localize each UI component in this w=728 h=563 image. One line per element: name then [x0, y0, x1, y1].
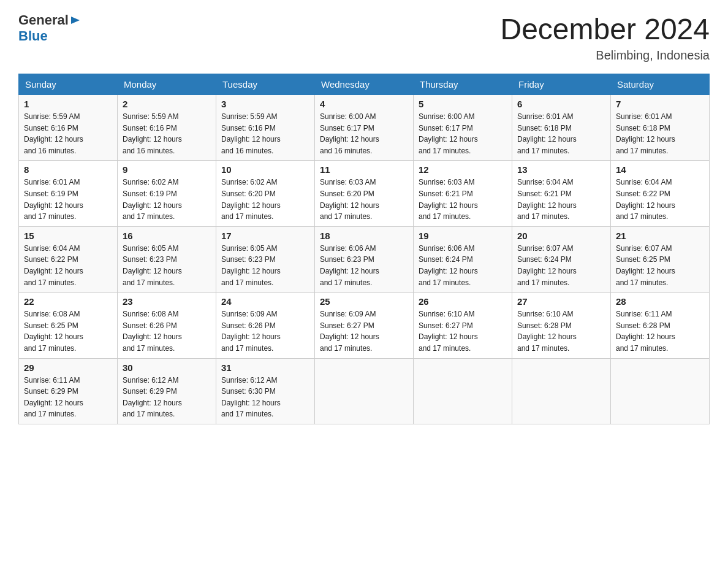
calendar-cell: 3 Sunrise: 5:59 AM Sunset: 6:16 PM Dayli…	[216, 95, 315, 161]
day-number: 21	[616, 231, 704, 241]
day-number: 23	[123, 296, 211, 307]
day-info: Sunrise: 6:05 AM Sunset: 6:23 PM Dayligh…	[123, 243, 211, 288]
column-header-monday: Monday	[118, 74, 216, 95]
calendar-cell	[414, 358, 512, 424]
calendar-week-row: 22 Sunrise: 6:08 AM Sunset: 6:25 PM Dayl…	[19, 293, 710, 358]
day-number: 5	[419, 99, 507, 109]
day-info: Sunrise: 6:09 AM Sunset: 6:27 PM Dayligh…	[320, 308, 408, 354]
day-number: 22	[24, 296, 112, 307]
day-info: Sunrise: 6:08 AM Sunset: 6:26 PM Dayligh…	[123, 308, 211, 354]
column-header-wednesday: Wednesday	[315, 74, 414, 95]
day-number: 15	[24, 231, 112, 241]
day-info: Sunrise: 6:12 AM Sunset: 6:29 PM Dayligh…	[123, 375, 211, 420]
day-number: 29	[24, 362, 112, 373]
calendar-cell: 23 Sunrise: 6:08 AM Sunset: 6:26 PM Dayl…	[118, 293, 216, 358]
calendar-cell: 5 Sunrise: 6:00 AM Sunset: 6:17 PM Dayli…	[414, 95, 512, 161]
day-number: 1	[24, 99, 112, 109]
calendar-cell: 27 Sunrise: 6:10 AM Sunset: 6:28 PM Dayl…	[512, 293, 611, 358]
month-title: December 2024	[500, 12, 710, 46]
page-header: General Blue December 2024 Belimbing, In…	[18, 12, 710, 63]
day-info: Sunrise: 6:03 AM Sunset: 6:20 PM Dayligh…	[320, 177, 408, 222]
day-info: Sunrise: 6:01 AM Sunset: 6:18 PM Dayligh…	[616, 111, 704, 156]
day-info: Sunrise: 5:59 AM Sunset: 6:16 PM Dayligh…	[123, 111, 211, 156]
calendar-cell: 16 Sunrise: 6:05 AM Sunset: 6:23 PM Dayl…	[118, 226, 216, 292]
day-number: 3	[221, 99, 309, 109]
day-number: 11	[320, 164, 408, 175]
calendar-cell: 31 Sunrise: 6:12 AM Sunset: 6:30 PM Dayl…	[216, 358, 315, 424]
day-number: 9	[123, 164, 211, 175]
day-info: Sunrise: 6:04 AM Sunset: 6:22 PM Dayligh…	[616, 177, 704, 222]
calendar-cell: 20 Sunrise: 6:07 AM Sunset: 6:24 PM Dayl…	[512, 226, 611, 292]
calendar-cell: 1 Sunrise: 5:59 AM Sunset: 6:16 PM Dayli…	[19, 95, 118, 161]
day-info: Sunrise: 6:01 AM Sunset: 6:18 PM Dayligh…	[517, 111, 605, 156]
day-info: Sunrise: 6:06 AM Sunset: 6:24 PM Dayligh…	[419, 243, 507, 288]
day-info: Sunrise: 6:10 AM Sunset: 6:27 PM Dayligh…	[419, 308, 507, 354]
day-number: 2	[123, 99, 211, 109]
day-info: Sunrise: 6:11 AM Sunset: 6:28 PM Dayligh…	[616, 308, 704, 354]
day-info: Sunrise: 6:11 AM Sunset: 6:29 PM Dayligh…	[24, 375, 112, 420]
calendar-header-row: SundayMondayTuesdayWednesdayThursdayFrid…	[19, 74, 710, 95]
calendar-week-row: 29 Sunrise: 6:11 AM Sunset: 6:29 PM Dayl…	[19, 358, 710, 424]
column-header-friday: Friday	[512, 74, 611, 95]
day-number: 10	[221, 164, 309, 175]
calendar-week-row: 1 Sunrise: 5:59 AM Sunset: 6:16 PM Dayli…	[19, 95, 710, 161]
column-header-thursday: Thursday	[414, 74, 512, 95]
calendar-cell: 25 Sunrise: 6:09 AM Sunset: 6:27 PM Dayl…	[315, 293, 414, 358]
calendar-cell: 9 Sunrise: 6:02 AM Sunset: 6:19 PM Dayli…	[118, 161, 216, 226]
day-info: Sunrise: 6:04 AM Sunset: 6:22 PM Dayligh…	[24, 243, 112, 288]
day-info: Sunrise: 5:59 AM Sunset: 6:16 PM Dayligh…	[221, 111, 309, 156]
day-number: 17	[221, 231, 309, 241]
day-number: 19	[419, 231, 507, 241]
calendar-cell	[611, 358, 710, 424]
day-number: 13	[517, 164, 605, 175]
day-number: 6	[517, 99, 605, 109]
calendar-cell: 6 Sunrise: 6:01 AM Sunset: 6:18 PM Dayli…	[512, 95, 611, 161]
day-number: 27	[517, 296, 605, 307]
day-info: Sunrise: 6:09 AM Sunset: 6:26 PM Dayligh…	[221, 308, 309, 354]
day-info: Sunrise: 6:08 AM Sunset: 6:25 PM Dayligh…	[24, 308, 112, 354]
calendar-table: SundayMondayTuesdayWednesdayThursdayFrid…	[18, 74, 710, 424]
day-info: Sunrise: 6:02 AM Sunset: 6:19 PM Dayligh…	[123, 177, 211, 222]
calendar-cell: 26 Sunrise: 6:10 AM Sunset: 6:27 PM Dayl…	[414, 293, 512, 358]
calendar-week-row: 8 Sunrise: 6:01 AM Sunset: 6:19 PM Dayli…	[19, 161, 710, 226]
day-number: 4	[320, 99, 408, 109]
day-number: 28	[616, 296, 704, 307]
day-info: Sunrise: 6:03 AM Sunset: 6:21 PM Dayligh…	[419, 177, 507, 222]
calendar-cell: 4 Sunrise: 6:00 AM Sunset: 6:17 PM Dayli…	[315, 95, 414, 161]
calendar-cell: 12 Sunrise: 6:03 AM Sunset: 6:21 PM Dayl…	[414, 161, 512, 226]
calendar-cell: 2 Sunrise: 5:59 AM Sunset: 6:16 PM Dayli…	[118, 95, 216, 161]
calendar-cell: 30 Sunrise: 6:12 AM Sunset: 6:29 PM Dayl…	[118, 358, 216, 424]
calendar-cell: 24 Sunrise: 6:09 AM Sunset: 6:26 PM Dayl…	[216, 293, 315, 358]
logo: General Blue	[18, 12, 81, 44]
day-info: Sunrise: 6:05 AM Sunset: 6:23 PM Dayligh…	[221, 243, 309, 288]
calendar-cell: 11 Sunrise: 6:03 AM Sunset: 6:20 PM Dayl…	[315, 161, 414, 226]
day-number: 26	[419, 296, 507, 307]
day-info: Sunrise: 6:07 AM Sunset: 6:24 PM Dayligh…	[517, 243, 605, 288]
day-number: 30	[123, 362, 211, 373]
calendar-cell: 7 Sunrise: 6:01 AM Sunset: 6:18 PM Dayli…	[611, 95, 710, 161]
calendar-cell: 19 Sunrise: 6:06 AM Sunset: 6:24 PM Dayl…	[414, 226, 512, 292]
calendar-cell: 10 Sunrise: 6:02 AM Sunset: 6:20 PM Dayl…	[216, 161, 315, 226]
calendar-cell: 14 Sunrise: 6:04 AM Sunset: 6:22 PM Dayl…	[611, 161, 710, 226]
column-header-tuesday: Tuesday	[216, 74, 315, 95]
day-info: Sunrise: 6:00 AM Sunset: 6:17 PM Dayligh…	[320, 111, 408, 156]
location-title: Belimbing, Indonesia	[500, 48, 710, 63]
day-info: Sunrise: 5:59 AM Sunset: 6:16 PM Dayligh…	[24, 111, 112, 156]
calendar-cell: 22 Sunrise: 6:08 AM Sunset: 6:25 PM Dayl…	[19, 293, 118, 358]
column-header-saturday: Saturday	[611, 74, 710, 95]
calendar-cell: 13 Sunrise: 6:04 AM Sunset: 6:21 PM Dayl…	[512, 161, 611, 226]
day-number: 7	[616, 99, 704, 109]
column-header-sunday: Sunday	[19, 74, 118, 95]
day-info: Sunrise: 6:00 AM Sunset: 6:17 PM Dayligh…	[419, 111, 507, 156]
calendar-cell: 8 Sunrise: 6:01 AM Sunset: 6:19 PM Dayli…	[19, 161, 118, 226]
day-info: Sunrise: 6:01 AM Sunset: 6:19 PM Dayligh…	[24, 177, 112, 222]
calendar-cell: 21 Sunrise: 6:07 AM Sunset: 6:25 PM Dayl…	[611, 226, 710, 292]
title-area: December 2024 Belimbing, Indonesia	[500, 12, 710, 63]
logo-general-text: General	[18, 12, 69, 28]
day-number: 25	[320, 296, 408, 307]
calendar-cell	[315, 358, 414, 424]
logo-arrow-icon	[70, 15, 81, 26]
calendar-cell: 17 Sunrise: 6:05 AM Sunset: 6:23 PM Dayl…	[216, 226, 315, 292]
calendar-cell: 29 Sunrise: 6:11 AM Sunset: 6:29 PM Dayl…	[19, 358, 118, 424]
calendar-cell	[512, 358, 611, 424]
